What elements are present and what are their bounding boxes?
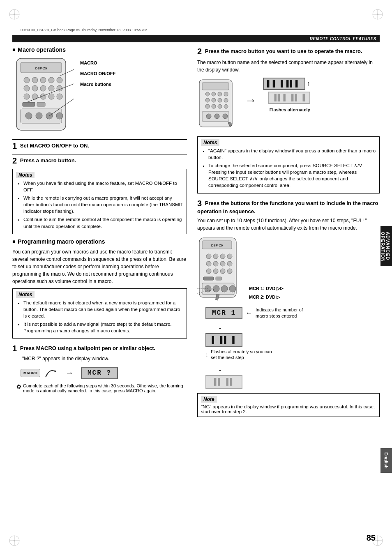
notes-list-right: "AGAIN" appears in the display window if… <box>201 147 376 189</box>
remote-small-diagram <box>197 78 238 132</box>
r-step3-number: 3 <box>197 199 202 208</box>
r-step2-divider <box>197 45 380 45</box>
notes-box-right: Notes "AGAIN" appears in the display win… <box>197 136 380 193</box>
svg-point-50 <box>205 98 210 102</box>
r-step3-divider <box>197 197 380 197</box>
r-step2-line: 2 Press the macro button you want to use… <box>197 47 380 56</box>
mcr-diagram-area: DSP-Z9 <box>197 236 380 303</box>
macro-on-off-label: MACRO ON/OFF <box>80 71 115 76</box>
note-right-1: "AGAIN" appears in the display window if… <box>208 147 376 161</box>
svg-point-30 <box>32 94 38 99</box>
step2-line: 2 Press a macro button. <box>12 156 187 166</box>
svg-point-73 <box>206 269 211 274</box>
svg-point-19 <box>24 77 30 83</box>
operation-label: OPERATION <box>380 232 385 262</box>
mcr1-label: MCR 1: DVD ▷⊳ <box>249 286 284 291</box>
r-step3-heading: Press the buttons for the functions you … <box>197 200 378 214</box>
step2-divider <box>12 154 187 154</box>
svg-point-52 <box>218 98 222 102</box>
r-step2-container: 2 Press the macro button you want to use… <box>197 45 380 74</box>
svg-point-55 <box>212 104 216 108</box>
svg-point-21 <box>40 77 46 83</box>
flash-label: Flashes alternately <box>270 107 310 112</box>
svg-point-56 <box>218 104 222 108</box>
remote-labels: MACRO MACRO ON/OFF Macro buttons <box>80 56 115 87</box>
remote-diagram-area: DSP-Z9 <box>12 56 187 134</box>
notes-box-1: Notes When you have finished using the m… <box>12 169 187 234</box>
macro-buttons-label: Macro buttons <box>80 82 115 87</box>
step2-number: 2 <box>12 156 17 166</box>
svg-point-49 <box>224 92 228 96</box>
step1-divider <box>12 139 187 140</box>
note-item-2-1: The default macro is not cleared when a … <box>23 299 183 319</box>
remote-mcr-diagram: DSP-Z9 <box>197 236 242 303</box>
r-step2-number: 2 <box>197 47 202 56</box>
up-down-arrows: ↑ <box>307 80 310 88</box>
svg-point-54 <box>205 104 210 108</box>
prog-step1-detail: "MCR ?" appears in the display window. <box>22 355 187 362</box>
note-item-1-1: When you have finished using the macro f… <box>23 180 183 193</box>
svg-point-65 <box>206 254 211 259</box>
mcr-display: MCR ? <box>81 367 118 379</box>
svg-point-47 <box>212 92 216 96</box>
english-tab: English <box>380 448 392 473</box>
svg-point-20 <box>32 77 38 83</box>
svg-point-69 <box>206 261 211 266</box>
prog-step1-container: 1 Press MACRO using a ballpoint pen or s… <box>12 342 187 362</box>
svg-rect-77 <box>203 277 214 280</box>
advanced-label: ADVANCED <box>385 232 390 260</box>
flash-label-area: ↕ Flashes alternately so you can set the… <box>205 349 272 361</box>
flash-arrow-icon: → <box>245 94 256 107</box>
remote-diagram: DSP-Z9 <box>12 56 76 134</box>
svg-point-59 <box>206 114 211 119</box>
main-content: Macro operations DSP-Z9 <box>12 42 380 530</box>
svg-rect-45 <box>202 83 229 90</box>
macro-press-area: MACRO → MCR ? <box>21 366 118 380</box>
svg-point-15 <box>377 540 378 541</box>
svg-point-83 <box>229 286 236 292</box>
svg-text:DSP-Z9: DSP-Z9 <box>211 244 223 247</box>
svg-rect-35 <box>37 102 45 106</box>
left-column: Macro operations DSP-Z9 <box>12 42 193 530</box>
macro-key-label: MACRO <box>21 369 40 377</box>
mcr-display-area: MACRO → MCR ? <box>21 366 187 380</box>
svg-text:DSP-Z9: DSP-Z9 <box>35 67 47 70</box>
svg-point-66 <box>213 254 218 259</box>
step1-container: 1 Set MACRO ON/OFF to ON. <box>12 139 187 151</box>
header-label: REMOTE CONTROL FEATURES <box>310 37 376 41</box>
tip-text: Complete each of the following steps wit… <box>23 383 187 393</box>
mcr1-display-row: MCR 1 ← Indicates the number of macro st… <box>205 307 309 319</box>
corner-mark-tr <box>371 8 384 21</box>
svg-point-60 <box>214 114 219 119</box>
svg-point-82 <box>221 286 228 292</box>
right-column: 2 Press the macro button you want to use… <box>193 42 380 530</box>
tip-note: ✿ Complete each of the following steps w… <box>16 383 187 393</box>
arrow-right-indicator: ← <box>246 309 252 317</box>
r-step2-heading: Press the macro button you want to use t… <box>205 48 362 54</box>
svg-point-11 <box>14 540 15 541</box>
macro-label: MACRO <box>80 60 115 65</box>
note-item-1-3: Continue to aim the remote control at th… <box>23 216 183 229</box>
note-item-1-2: While the remote is carrying out a macro… <box>23 195 183 214</box>
corner-mark-tl <box>8 8 21 21</box>
note-box-single: Note "NG" appears in the display window … <box>197 393 380 417</box>
arrow-up-icon: ↑ <box>307 80 310 88</box>
r-step2-body: The macro button name and the selected c… <box>197 59 380 74</box>
mcr-labels: MCR 1: DVD ▷⊳ MCR 2: DVD ▷ <box>249 284 284 300</box>
notes-box-2: Notes The default macro is not cleared w… <box>12 288 187 339</box>
prog-step1-number: 1 <box>12 344 17 353</box>
page-number: 85 <box>367 533 376 543</box>
svg-point-32 <box>48 94 54 99</box>
step1-text: Set MACRO ON/OFF to ON. <box>20 143 89 149</box>
bud-display: ▌▐▌▐ <box>205 333 242 347</box>
svg-point-27 <box>48 85 54 91</box>
prog-step1-text: Press MACRO using a ballpoint pen or sim… <box>20 345 155 351</box>
file-info: 00EN.00_DSPZ9_GB.book Page 85 Thursday, … <box>21 28 148 32</box>
tip-icon: ✿ <box>16 383 21 390</box>
flashes-label: Flashes alternately so you can set the n… <box>211 349 272 361</box>
note-title-single: Note <box>201 396 217 403</box>
display-up-indicator: ▌▌▐▐▌▌ ↑ <box>263 78 310 90</box>
programming-macro-body: You can program your own macros and use … <box>12 248 187 285</box>
indicates-label: Indicates the number of macro steps ente… <box>256 307 309 319</box>
svg-point-67 <box>220 254 225 259</box>
